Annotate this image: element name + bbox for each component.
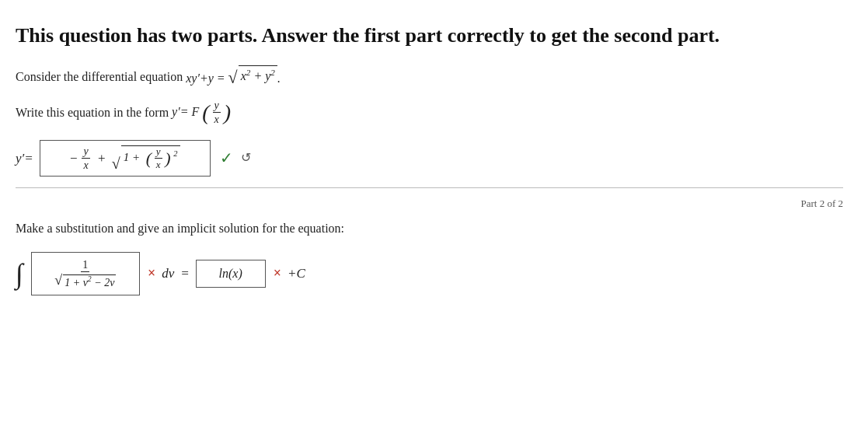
part1-answer-row: y′= − y x + √ 1 + ( y x ) 2 ✓ ↺ (16, 140, 843, 177)
x-mark-right[interactable]: × (274, 263, 281, 284)
integral-box: 1 √ 1 + v2 − 2v (31, 252, 140, 295)
check-icon: ✓ (220, 146, 233, 170)
right-answer-box: ln(x) (196, 260, 266, 288)
write-prefix: Write this equation in the form (16, 103, 169, 122)
yprime-label: y′= (16, 149, 33, 169)
redo-icon[interactable]: ↺ (241, 149, 251, 167)
part1-answer-box: − y x + √ 1 + ( y x ) 2 (40, 140, 211, 177)
ln-x: ln(x) (219, 264, 242, 283)
header-text: This question has two parts. Answer the … (16, 22, 843, 50)
consider-line: Consider the differential equation xy′+y… (16, 65, 843, 88)
section-divider (16, 187, 843, 188)
dv-text: dv (162, 264, 174, 284)
differential-equation: xy′+y = √ x2 + y2 . (186, 65, 281, 88)
equals-sign: = (180, 264, 189, 284)
part2-label-container: Part 2 of 2 (16, 196, 843, 219)
write-line: Write this equation in the form y′= F ( … (16, 100, 843, 126)
integral-symbol: ∫ (16, 260, 23, 288)
write-form: y′= F ( y x ) (172, 100, 231, 126)
part2-label: Part 2 of 2 (800, 196, 843, 212)
integral-row: ∫ 1 √ 1 + v2 − 2v × dv = ln(x) × +C (16, 252, 843, 295)
x-mark-left[interactable]: × (148, 263, 155, 284)
consider-prefix: Consider the differential equation (16, 68, 183, 86)
make-sub-line: Make a substitution and give an implicit… (16, 219, 843, 238)
plus-c: +C (288, 264, 305, 284)
